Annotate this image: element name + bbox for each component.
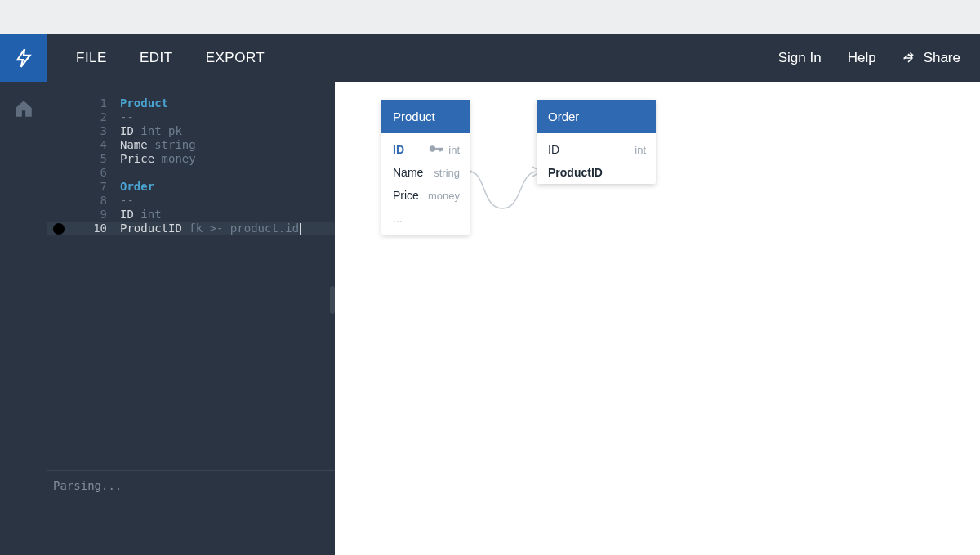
code-line[interactable]: 1Product — [47, 96, 335, 110]
key-icon — [429, 143, 443, 156]
line-number: 7 — [89, 180, 107, 194]
menu-edit[interactable]: EDIT — [140, 50, 173, 66]
code-token: ID — [120, 124, 134, 138]
code-token: string — [148, 138, 196, 152]
code-line[interactable]: 8-- — [47, 194, 335, 208]
code-token: ProductID — [120, 222, 182, 235]
field-type: money — [428, 190, 460, 202]
code-token: int — [134, 208, 162, 222]
entity-card-order[interactable]: OrderIDintProductID — [537, 100, 656, 184]
field-name: ProductID — [548, 166, 603, 179]
line-number: 4 — [89, 138, 107, 152]
entity-field[interactable]: IDint — [537, 133, 656, 161]
line-number: 1 — [89, 96, 107, 110]
field-type: int — [448, 144, 460, 156]
code-token: Order — [120, 180, 154, 194]
code-line[interactable]: 7Order — [47, 180, 335, 194]
field-name: Name — [393, 166, 423, 179]
status-panel: Parsing... — [47, 470, 335, 555]
code-token: -- — [120, 110, 134, 124]
code-token: fk >- product.id — [182, 222, 299, 235]
field-type: string — [434, 167, 460, 179]
code-token: Name — [120, 138, 148, 152]
entity-field[interactable]: Pricemoney — [381, 184, 470, 207]
code-token: Price — [120, 152, 154, 166]
side-rail — [0, 82, 47, 555]
share-label: Share — [924, 50, 960, 66]
line-number: 8 — [89, 194, 107, 208]
field-name: ID — [393, 143, 404, 156]
header-right: Sign In Help Share — [778, 34, 980, 82]
line-number: 5 — [89, 152, 107, 166]
home-button[interactable] — [13, 98, 34, 123]
field-name: ID — [548, 143, 559, 156]
status-text: Parsing... — [53, 479, 122, 492]
code-token: Product — [120, 96, 168, 110]
svg-rect-7 — [440, 148, 442, 151]
svg-rect-8 — [442, 148, 443, 150]
code-token: money — [154, 152, 196, 166]
main-menu: FILE EDIT EXPORT — [47, 34, 265, 82]
editor-panel: 1Product2--3ID int pk4Name string5Price … — [47, 82, 335, 555]
share-link[interactable]: Share — [902, 50, 960, 66]
text-caret — [300, 223, 301, 235]
line-number: 6 — [89, 166, 107, 180]
entity-title: Order — [537, 100, 656, 133]
relation-connector — [466, 163, 543, 221]
app-header: FILE EDIT EXPORT Sign In Help Share — [0, 34, 980, 82]
svg-point-5 — [430, 146, 435, 151]
code-line[interactable]: 5Price money — [47, 152, 335, 166]
code-line[interactable]: 6 — [47, 166, 335, 180]
entity-field[interactable]: IDint — [381, 133, 470, 161]
home-icon — [13, 98, 34, 119]
line-number: 10 — [89, 222, 107, 235]
code-token: -- — [120, 194, 134, 208]
code-line[interactable]: 3ID int pk — [47, 124, 335, 138]
code-token: ID — [120, 208, 134, 222]
entity-field[interactable]: ProductID — [537, 161, 656, 184]
lightning-icon — [13, 47, 34, 69]
menu-file[interactable]: FILE — [76, 50, 107, 66]
line-number: 2 — [89, 110, 107, 124]
code-line[interactable]: 10ProductID fk >- product.id — [47, 222, 335, 235]
diagram-canvas[interactable]: ProductIDintNamestringPricemoney...Order… — [335, 82, 980, 555]
field-name: Price — [393, 189, 419, 202]
entity-card-product[interactable]: ProductIDintNamestringPricemoney... — [381, 100, 470, 235]
help-link[interactable]: Help — [848, 50, 876, 66]
line-number: 9 — [89, 208, 107, 222]
line-number: 3 — [89, 124, 107, 138]
window-chrome-spacer — [0, 0, 980, 34]
workspace: 1Product2--3ID int pk4Name string5Price … — [0, 82, 980, 555]
code-line[interactable]: 9ID int — [47, 208, 335, 222]
svg-point-0 — [53, 222, 65, 234]
error-icon — [51, 222, 66, 236]
signin-link[interactable]: Sign In — [778, 50, 822, 66]
entity-more[interactable]: ... — [381, 207, 470, 235]
code-token: int pk — [134, 124, 182, 138]
entity-field[interactable]: Namestring — [381, 161, 470, 184]
app-logo[interactable] — [0, 34, 47, 82]
entity-title: Product — [381, 100, 470, 133]
code-editor[interactable]: 1Product2--3ID int pk4Name string5Price … — [47, 82, 335, 470]
code-line[interactable]: 4Name string — [47, 138, 335, 152]
field-type: int — [635, 144, 646, 156]
share-icon — [902, 51, 917, 65]
code-line[interactable]: 2-- — [47, 110, 335, 124]
gutter — [47, 222, 66, 236]
menu-export[interactable]: EXPORT — [206, 50, 265, 66]
